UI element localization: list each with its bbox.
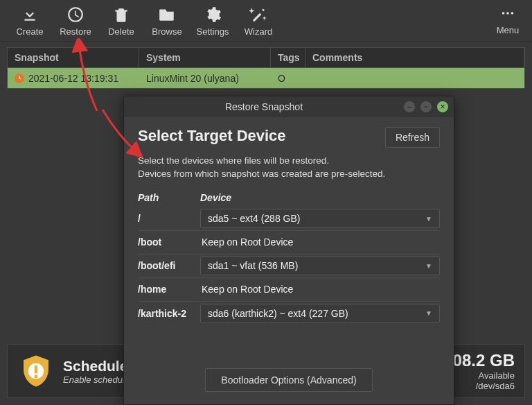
menu-label: Menu (497, 25, 520, 35)
svg-rect-6 (35, 375, 38, 379)
device-columns: Path Device (138, 192, 440, 203)
wand-icon (249, 6, 267, 24)
device-value: Keep on Root Device (200, 284, 440, 295)
svg-point-1 (506, 12, 509, 15)
hamburger-icon (500, 6, 515, 21)
dialog-title: Restore Snapshot (130, 101, 398, 112)
col-tags[interactable]: Tags (271, 48, 305, 67)
delete-button[interactable]: Delete (98, 6, 144, 37)
svg-point-2 (511, 12, 514, 15)
trash-icon (112, 6, 130, 24)
folder-icon (158, 6, 176, 24)
device-combo[interactable]: sda6 (karthick2) ~ ext4 (227 GB)▼ (200, 304, 440, 323)
device-rows: / sda5 ~ ext4 (288 GB)▼ /boot Keep on Ro… (138, 207, 440, 325)
device-combo[interactable]: sda5 ~ ext4 (288 GB)▼ (200, 209, 440, 228)
browse-label: Browse (152, 26, 181, 37)
svg-rect-5 (35, 365, 38, 373)
chevron-down-icon: ▼ (425, 215, 432, 223)
settings-label: Settings (197, 26, 229, 37)
device-value: Keep on Root Device (200, 236, 440, 248)
row-snapshot: 2021-06-12 13:19:31 (28, 73, 118, 84)
table-header: Snapshot System Tags Comments (7, 47, 525, 68)
clock-icon (66, 6, 85, 24)
chevron-down-icon: ▼ (425, 262, 432, 270)
delete-label: Delete (108, 26, 134, 37)
table-row[interactable]: 2021-06-12 13:19:31 LinuxMint 20 (ulyana… (7, 68, 525, 89)
settings-button[interactable]: Settings (190, 6, 236, 37)
row-system: LinuxMint 20 (ulyana) (139, 73, 271, 84)
chevron-down-icon: ▼ (425, 309, 432, 317)
snapshot-icon (15, 74, 24, 83)
path-label: /boot (138, 236, 200, 248)
window-maximize-icon[interactable]: ▫ (420, 101, 432, 112)
path-label: /boot/efi (138, 260, 200, 271)
device-row: /boot/efi sda1 ~ vfat (536 MB)▼ (138, 255, 440, 278)
device-row: /boot Keep on Root Device (138, 231, 440, 255)
wizard-label: Wizard (245, 26, 272, 37)
col-system[interactable]: System (139, 48, 271, 67)
create-label: Create (16, 26, 43, 37)
menu-button[interactable]: Menu (490, 6, 525, 35)
browse-button[interactable]: Browse (144, 6, 190, 37)
restore-button[interactable]: Restore (53, 6, 98, 37)
device-row: /karthick-2 sda6 (karthick2) ~ ext4 (227… (138, 302, 440, 325)
svg-point-0 (502, 12, 505, 15)
create-button[interactable]: Create (7, 6, 53, 37)
gear-icon (204, 6, 222, 24)
path-label: /karthick-2 (138, 308, 200, 319)
snapshot-table: Snapshot System Tags Comments 2021-06-12… (0, 42, 532, 89)
col-path-label: Path (138, 192, 200, 203)
bootloader-options-button[interactable]: Bootloader Options (Advanced) (205, 368, 372, 392)
col-comments[interactable]: Comments (305, 48, 524, 67)
window-close-icon[interactable]: × (437, 101, 448, 112)
device-row: / sda5 ~ ext4 (288 GB)▼ (138, 207, 440, 231)
path-label: / (138, 213, 200, 224)
path-label: /home (138, 284, 200, 295)
main-toolbar: Create Restore Delete Browse Settings Wi… (0, 0, 532, 42)
refresh-button[interactable]: Refresh (385, 127, 440, 148)
col-snapshot[interactable]: Snapshot (8, 48, 139, 67)
download-icon (21, 6, 39, 24)
dialog-description: Select the devices where files will be r… (138, 155, 440, 181)
row-tags: O (271, 73, 305, 84)
col-device-label: Device (200, 192, 231, 203)
window-minimize-icon[interactable]: – (404, 101, 415, 112)
device-row: /home Keep on Root Device (138, 278, 440, 302)
device-combo[interactable]: sda1 ~ vfat (536 MB)▼ (200, 256, 440, 275)
dialog-heading: Select Target Device (138, 127, 286, 145)
dialog-titlebar[interactable]: Restore Snapshot – ▫ × (124, 96, 454, 117)
restore-dialog: Restore Snapshot – ▫ × Select Target Dev… (123, 96, 454, 405)
restore-label: Restore (60, 26, 91, 37)
wizard-button[interactable]: Wizard (236, 6, 281, 37)
shield-warning-icon (17, 352, 55, 390)
